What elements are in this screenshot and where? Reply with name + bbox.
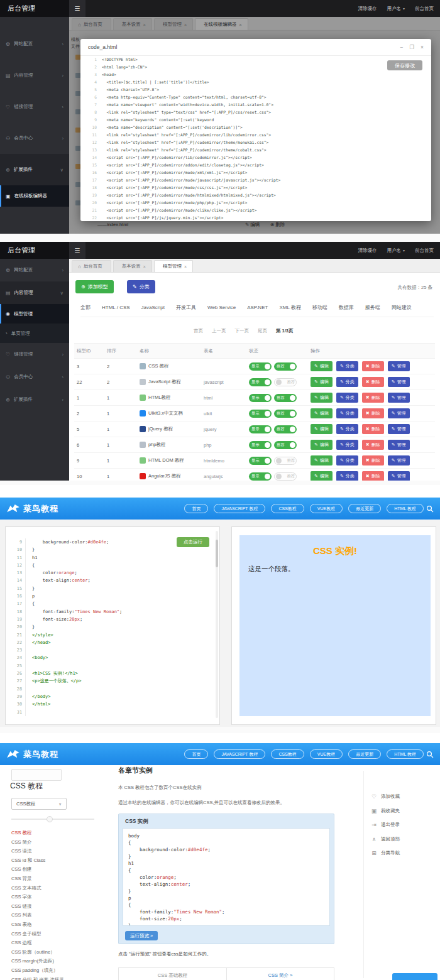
workspace-tab[interactable]: 基本设置 × — [113, 260, 152, 272]
sidebar-item[interactable]: ⚙ 网站配置 › — [0, 28, 69, 60]
filter-tab[interactable]: 移动端 — [312, 304, 327, 313]
show-toggle[interactable]: 显示 — [249, 472, 272, 481]
category-button[interactable]: ✎分类 — [336, 361, 358, 371]
nav-link[interactable]: 首页 — [184, 749, 208, 759]
search-button[interactable] — [426, 751, 434, 758]
chapter-link[interactable]: CSS 列表 — [11, 911, 106, 920]
category-button[interactable]: ✎分类 — [336, 408, 358, 418]
edit-button[interactable]: ✎编辑 — [311, 408, 333, 418]
nav-link[interactable]: 最近更新 — [348, 504, 381, 513]
chapter-link[interactable]: CSS 分组 和 嵌套 选择器 — [11, 976, 106, 980]
chapter-link[interactable]: CSS 字体 — [11, 893, 106, 902]
pagination-link[interactable]: 尾页 — [258, 328, 267, 334]
show-toggle[interactable]: 显示 — [249, 425, 272, 433]
manage-button[interactable]: ✎管理 — [388, 408, 410, 418]
manage-button[interactable]: ✎管理 — [388, 393, 410, 403]
chapter-link[interactable]: CSS 盒子模型 — [11, 930, 106, 939]
username-menu[interactable]: 用户名▾ — [387, 248, 405, 254]
filter-tab[interactable]: Web Service — [207, 305, 236, 313]
delete-button[interactable]: ✖删除 — [362, 424, 384, 434]
manage-button[interactable]: ✎管理 — [388, 377, 410, 387]
sidebar-slider[interactable] — [11, 819, 94, 820]
front-home-link[interactable]: 前台首页 — [415, 248, 434, 254]
manage-button[interactable]: ✎管理 — [388, 455, 410, 466]
nav-link[interactable]: 首页 — [184, 504, 208, 513]
code-listing[interactable]: 1 <!DOCTYPE html> 2 <html lang="zh-CN"> … — [87, 56, 426, 220]
site-logo[interactable]: 菜鸟教程 — [6, 749, 58, 760]
maximize-icon[interactable]: ❐ — [409, 44, 414, 50]
username-menu[interactable]: 用户名▾ — [387, 6, 405, 12]
category-button[interactable]: ✎分类 — [336, 393, 358, 403]
minimize-icon[interactable]: − — [400, 44, 403, 50]
source-editor[interactable]: 9 background-color:#d0e4fe; 10 } 11 h1 — [8, 538, 212, 722]
prev-link[interactable]: CSS 基础教程 — [118, 967, 226, 980]
nav-link[interactable]: 最近更新 — [348, 749, 381, 759]
sidebar-item[interactable]: ▣ 在线模板编辑器 — [0, 185, 69, 207]
menu-toggle-button[interactable]: ☰ — [69, 0, 85, 17]
chapter-link[interactable]: CSS margin(外边距) — [11, 957, 106, 966]
chapter-link[interactable]: CSS 语法 — [11, 847, 106, 856]
run-preview-button[interactable]: 运行预览 » — [125, 931, 158, 940]
sidebar-item[interactable]: ⚇ 会员中心 › — [0, 122, 69, 154]
show-toggle[interactable]: 显示 — [249, 362, 272, 371]
manage-button[interactable]: ✎管理 — [388, 440, 410, 450]
recommend-toggle[interactable]: 推荐 — [274, 410, 297, 418]
category-button[interactable]: ✎分类 — [336, 377, 358, 387]
edit-button[interactable]: ✎编辑 — [311, 393, 333, 403]
sidebar-item[interactable]: ⊕ 扩展插件 › — [0, 388, 69, 411]
filter-tab[interactable]: HTML / CSS — [102, 305, 130, 313]
delete-button[interactable]: ✖删除 — [362, 455, 384, 466]
workspace-tab[interactable]: ⌂ 后台首页 — [72, 260, 111, 272]
filter-tab[interactable]: ASP.NET — [247, 305, 268, 313]
delete-button[interactable]: ✖删除 — [362, 471, 384, 481]
delete-button[interactable]: ✖删除 — [362, 361, 384, 371]
site-logo[interactable]: 菜鸟教程 — [6, 503, 58, 514]
sidebar-item[interactable]: ⚇ 会员中心 › — [0, 366, 69, 388]
chapter-link[interactable]: CSS 表格 — [11, 920, 106, 930]
edit-button[interactable]: ✎编辑 — [311, 424, 333, 434]
edit-button[interactable]: ✎编辑 — [311, 455, 333, 466]
edit-button[interactable]: ✎编辑 — [311, 377, 333, 387]
tool-link[interactable]: ⇥ 退出登录 — [371, 818, 400, 832]
pagination-link[interactable]: 首页 — [194, 328, 203, 334]
filter-tab[interactable]: 服务端 — [365, 304, 380, 313]
clear-cache-link[interactable]: 清除缓存 — [358, 6, 377, 12]
filter-tab[interactable]: 全部 — [80, 304, 91, 313]
filter-tab[interactable]: JavaScript — [141, 305, 165, 313]
chapter-link[interactable]: CSS 背景 — [11, 874, 106, 884]
recommend-toggle[interactable]: 推荐 — [274, 362, 297, 371]
chapter-link[interactable]: CSS Id 和 Class — [11, 856, 106, 866]
scrollbar-thumb[interactable] — [216, 540, 218, 567]
chapter-link[interactable]: CSS 教程 — [11, 829, 106, 838]
sidebar-item[interactable]: ♡ 链接管理 › — [0, 91, 69, 122]
pagination-link[interactable]: 上一页 — [212, 328, 226, 334]
category-button[interactable]: ✎分类 — [336, 440, 358, 450]
filter-tab[interactable]: 数据库 — [339, 304, 354, 313]
nav-link[interactable]: CSS教程 — [271, 504, 304, 513]
chapter-link[interactable]: CSS padding（填充） — [11, 966, 106, 976]
filter-tab[interactable]: XML 教程 — [279, 304, 300, 313]
category-button[interactable]: ✎分类 — [336, 471, 358, 481]
manage-button[interactable]: ✎管理 — [388, 424, 410, 434]
manage-button[interactable]: ✎管理 — [388, 471, 410, 481]
chapter-link[interactable]: CSS 边框 — [11, 939, 106, 948]
recommend-toggle[interactable]: 推荐 — [274, 394, 297, 402]
delete-button[interactable]: ✖删除 — [362, 393, 384, 403]
nav-link[interactable]: CSS教程 — [271, 749, 304, 759]
sidebar-item[interactable]: ⊕ 扩展插件 ∨ — [0, 154, 69, 185]
tool-link[interactable]: ♡ 添加收藏 — [371, 790, 400, 804]
edit-button[interactable]: ✎编辑 — [311, 440, 333, 450]
run-code-button[interactable]: 点击运行 — [177, 537, 209, 547]
show-toggle[interactable]: 显示 — [249, 410, 272, 418]
show-toggle[interactable]: 显示 — [249, 394, 272, 402]
recommend-toggle[interactable]: 推荐 — [274, 425, 297, 433]
recommend-toggle[interactable]: 推荐 — [274, 378, 297, 386]
sidebar-item[interactable]: ▤ 内容管理 ∨ — [0, 281, 69, 304]
slider-knob[interactable] — [47, 816, 53, 822]
tool-link[interactable]: ⊞ 分类导航 — [371, 846, 400, 861]
editor-scrollbar[interactable] — [216, 531, 218, 718]
clear-cache-link[interactable]: 清除缓存 — [358, 248, 377, 254]
recommend-toggle[interactable]: 推荐 — [274, 472, 297, 481]
delete-button[interactable]: ✖删除 — [362, 377, 384, 387]
chapter-link[interactable]: CSS 创建 — [11, 865, 106, 874]
